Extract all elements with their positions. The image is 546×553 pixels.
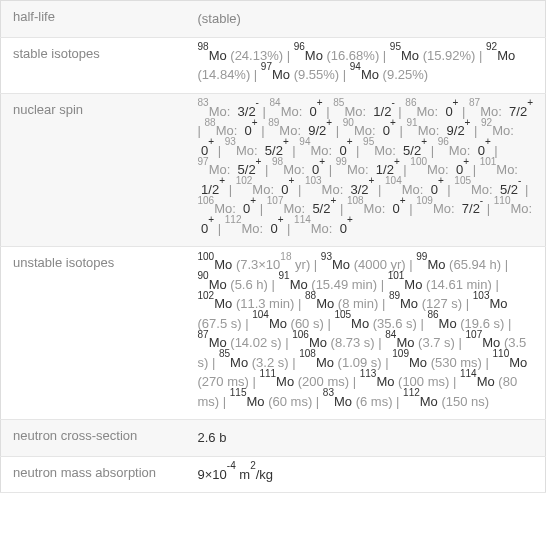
- unstable-entry: 85Mo (3.2 s): [219, 355, 289, 370]
- spin-entry: 104Mo: 0+: [385, 182, 444, 197]
- spin-entry: 87Mo: 7/2+: [469, 104, 533, 119]
- spin-entry: 108Mo: 0+: [347, 201, 406, 216]
- isotope-entry: 94Mo (9.25%): [350, 67, 428, 82]
- property-row: nuclear spin83Mo: 3/2- | 84Mo: 0+ | 85Mo…: [1, 93, 546, 247]
- unstable-entry: 104Mo (60 s): [252, 316, 324, 331]
- property-label: half-life: [1, 1, 186, 38]
- unstable-entry: 100Mo (7.3×1018 yr): [198, 257, 311, 272]
- property-label: stable isotopes: [1, 37, 186, 93]
- property-label: unstable isotopes: [1, 247, 186, 420]
- unstable-entry: 91Mo (15.49 min): [279, 277, 378, 292]
- spin-entry: 109Mo: 7/2-: [416, 201, 483, 216]
- spin-entry: 114Mo: 0+: [294, 221, 353, 236]
- property-value: 83Mo: 3/2- | 84Mo: 0+ | 85Mo: 1/2- | 86M…: [186, 93, 546, 247]
- spin-entry: 103Mo: 3/2+: [305, 182, 375, 197]
- isotope-entry: 96Mo (16.68%): [294, 48, 380, 63]
- unstable-entry: 87Mo (14.02 s): [198, 335, 282, 350]
- isotope-entry: 95Mo (15.92%): [390, 48, 476, 63]
- unstable-entry: 115Mo (60 ms): [230, 394, 312, 409]
- isotope-entry: 97Mo (9.55%): [261, 67, 339, 82]
- unstable-entry: 83Mo (6 ms): [323, 394, 393, 409]
- property-value: (stable): [186, 1, 546, 38]
- property-row: unstable isotopes100Mo (7.3×1018 yr) | 9…: [1, 247, 546, 420]
- property-label: neutron cross-section: [1, 420, 186, 457]
- spin-entry: 102Mo: 0+: [236, 182, 295, 197]
- property-value: 2.6 b: [186, 420, 546, 457]
- unstable-entry: 105Mo (35.6 s): [334, 316, 416, 331]
- unstable-entry: 89Mo (127 s): [389, 296, 462, 311]
- property-row: stable isotopes98Mo (24.13%) | 96Mo (16.…: [1, 37, 546, 93]
- unstable-entry: 111Mo (200 ms): [259, 374, 349, 389]
- property-row: neutron cross-section2.6 b: [1, 420, 546, 457]
- spin-entry: 105Mo: 5/2-: [454, 182, 521, 197]
- properties-table: half-life(stable)stable isotopes98Mo (24…: [0, 0, 546, 493]
- property-row: half-life(stable): [1, 1, 546, 38]
- property-label: neutron mass absorption: [1, 456, 186, 493]
- unstable-entry: 102Mo (11.3 min): [198, 296, 295, 311]
- property-row: neutron mass absorption9×10-4 m2/kg: [1, 456, 546, 493]
- unstable-entry: 99Mo (65.94 h): [416, 257, 501, 272]
- property-value: 9×10-4 m2/kg: [186, 456, 546, 493]
- unstable-entry: 112Mo (150 ns): [403, 394, 489, 409]
- property-value: 100Mo (7.3×1018 yr) | 93Mo (4000 yr) | 9…: [186, 247, 546, 420]
- spin-entry: 112Mo: 0+: [225, 221, 284, 236]
- property-value: 98Mo (24.13%) | 96Mo (16.68%) | 95Mo (15…: [186, 37, 546, 93]
- property-label: nuclear spin: [1, 93, 186, 247]
